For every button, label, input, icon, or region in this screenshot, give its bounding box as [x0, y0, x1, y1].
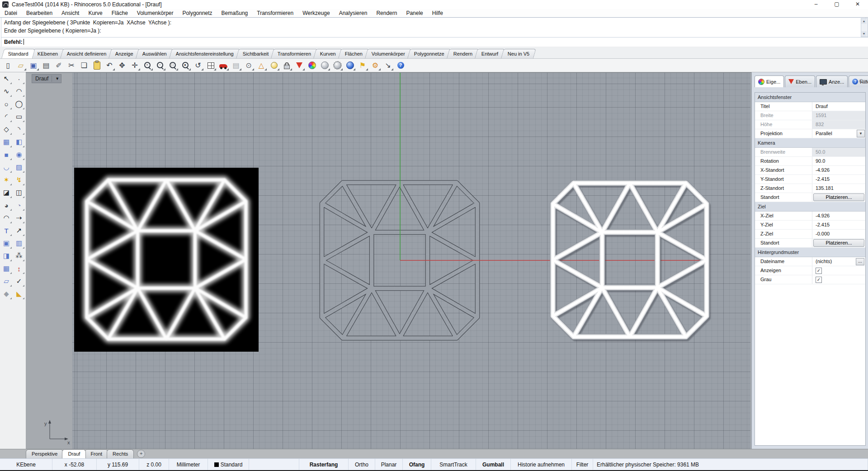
viewport-canvas[interactable]: y x	[26, 73, 751, 449]
pan-hand-icon[interactable]: ✥	[116, 59, 128, 71]
undo-icon[interactable]: ↶	[103, 59, 116, 71]
add-viewport-button[interactable]: +	[137, 450, 145, 458]
color-wheel-icon[interactable]	[306, 59, 318, 71]
help-icon[interactable]: ?	[394, 59, 407, 71]
status-field-filter[interactable]: Filter	[572, 459, 593, 471]
ellipse-icon[interactable]: ◯	[13, 98, 25, 110]
status-field-x-52-08[interactable]: x -52.08	[52, 459, 97, 471]
analyze-cone-icon[interactable]: △	[255, 59, 268, 71]
scroll-up-icon[interactable]: ▲	[861, 19, 867, 24]
zoom-dynamic-icon[interactable]: ~	[154, 59, 166, 71]
surface-cp-icon[interactable]: ▦	[0, 136, 13, 148]
property-value[interactable]: ✓	[812, 266, 865, 275]
export-solid-icon[interactable]: ◨	[0, 250, 13, 262]
status-field-rasterfang[interactable]: Rasterfang	[299, 459, 349, 471]
measure-icon[interactable]: ↘	[382, 59, 394, 71]
property-value[interactable]: Platzieren...	[812, 239, 865, 247]
move-icon[interactable]: ✛	[128, 59, 141, 71]
boolean-gray-icon[interactable]: ◆	[0, 287, 13, 300]
toolbar-tab-rendern[interactable]: Rendern	[447, 49, 479, 58]
command-scrollbar[interactable]: ▲ ▼	[861, 18, 868, 37]
property-value[interactable]: Parallel▼	[812, 129, 865, 138]
button-platzieren[interactable]: Platzieren...	[813, 193, 864, 201]
cut-icon[interactable]: ✂	[65, 59, 78, 71]
rendered-sphere-icon[interactable]	[344, 59, 356, 71]
check-icon[interactable]: ✓	[13, 275, 25, 287]
scale-icon[interactable]: ↗	[13, 224, 25, 237]
viewport-menu-chevron-icon[interactable]: ▼	[53, 76, 61, 81]
viewport-tab-drauf[interactable]: Drauf	[62, 449, 86, 458]
select-arrow-icon[interactable]: ↖	[0, 72, 13, 85]
status-field-kebene[interactable]: KEbene	[0, 459, 52, 471]
trim-icon[interactable]: ◪	[0, 186, 13, 199]
command-history[interactable]: Anfang der Spiegelebene ( 3Punkte Kopier…	[1, 18, 866, 39]
toolbar-tab-sichtbarkeit[interactable]: Sichtbarkeit	[236, 49, 276, 58]
corner-curve-icon[interactable]: ◝	[13, 123, 25, 136]
property-value[interactable]: ✓	[812, 275, 865, 284]
text-icon[interactable]: T	[0, 224, 13, 237]
layers-wedge-icon[interactable]	[293, 59, 306, 71]
status-field-planar[interactable]: Planar	[375, 459, 403, 471]
property-value[interactable]: -2.415	[812, 221, 865, 229]
rendered-truss[interactable]	[553, 183, 708, 339]
new-file-icon[interactable]: ▯	[2, 59, 14, 71]
menu-item-volumenkörper[interactable]: Volumenkörper	[132, 10, 178, 16]
viewport-title-label[interactable]: Drauf ▼	[32, 74, 61, 83]
mesh-surface-icon[interactable]: ▨	[13, 161, 25, 174]
align-icon[interactable]: ▥	[13, 237, 25, 250]
polyline-icon[interactable]: ∿	[0, 85, 13, 98]
panel-gear-icon[interactable]: ⚙	[859, 78, 864, 85]
point-icon[interactable]: ·	[13, 72, 25, 85]
scroll-down-icon[interactable]: ▼	[861, 31, 867, 37]
render-car-icon[interactable]	[217, 59, 230, 71]
viewport-drauf[interactable]: y x Drauf ▼	[26, 72, 751, 449]
status-field-y-115-69[interactable]: y 115.69	[97, 459, 139, 471]
split-icon[interactable]: ◫	[13, 186, 25, 199]
status-field-historie-aufnehmen[interactable]: Historie aufnehmen	[511, 459, 572, 471]
panel-tab-anze[interactable]: Anze...	[816, 75, 848, 87]
save-icon[interactable]: ▣	[27, 59, 40, 71]
paste-icon[interactable]	[90, 59, 103, 71]
toolbar-tab-polygonnetze[interactable]: Polygonnetze	[407, 49, 451, 58]
circle-icon[interactable]: ○	[0, 98, 13, 110]
boolean-diff-icon[interactable]: ◔	[13, 199, 25, 212]
browse-button[interactable]: ...	[856, 258, 864, 265]
button-platzieren[interactable]: Platzieren...	[813, 239, 864, 247]
flag-icon[interactable]: ⚑	[356, 59, 369, 71]
zoom-window-icon[interactable]: □	[166, 59, 179, 71]
offset-icon[interactable]: ▱	[0, 275, 13, 287]
panel-tab-eige[interactable]: Eige...	[755, 75, 784, 87]
status-field-ofang[interactable]: Ofang	[403, 459, 431, 471]
status-field-standard[interactable]: Standard	[208, 459, 249, 471]
cone-spray-icon[interactable]: ◣	[13, 287, 25, 300]
property-value[interactable]: Drauf	[812, 102, 865, 111]
close-button[interactable]: ✕	[847, 0, 868, 9]
viewport-tab-rechts[interactable]: Rechts	[107, 449, 134, 458]
toolbar-tab-kebenen[interactable]: KEbenen	[31, 49, 65, 58]
property-value[interactable]: 90.0	[812, 157, 865, 165]
open-file-icon[interactable]: ▱	[14, 59, 27, 71]
boolean-union-icon[interactable]: ◕	[0, 199, 13, 212]
maximize-button[interactable]: ▢	[826, 0, 847, 9]
array-people-icon[interactable]: ⁂	[13, 250, 25, 262]
checkbox-anzeigen[interactable]: ✓	[816, 268, 822, 274]
toolbar-tab-ansichtsfenstereinstellung[interactable]: Ansichtsfenstereinstellung	[169, 49, 241, 58]
menu-item-kurve[interactable]: Kurve	[84, 10, 107, 16]
block-icon[interactable]: ▣	[0, 237, 13, 250]
viewport-tab-front[interactable]: Front	[85, 449, 108, 458]
property-value[interactable]: -4.926	[812, 166, 865, 174]
status-field-ortho[interactable]: Ortho	[349, 459, 375, 471]
property-value[interactable]: -2.415	[812, 175, 865, 184]
copy-icon[interactable]: ❏	[78, 59, 90, 71]
polygon-icon[interactable]: ◇	[0, 123, 13, 136]
status-field-millimeter[interactable]: Millimeter	[169, 459, 208, 471]
viewport-layout-icon[interactable]	[204, 59, 217, 71]
viewport-tab-perspektive[interactable]: Perspektive	[26, 449, 63, 458]
options-gears-icon[interactable]: ⚙	[369, 59, 382, 71]
rectangle-icon[interactable]: ▭	[13, 110, 25, 123]
shaded-sphere-icon[interactable]	[318, 59, 331, 71]
property-value[interactable]: Platzieren...	[812, 193, 865, 202]
zoom-selected-icon[interactable]: ●	[179, 59, 192, 71]
light-bulb-icon[interactable]	[268, 59, 280, 71]
panel-tab-eben[interactable]: Eben...	[785, 75, 815, 87]
